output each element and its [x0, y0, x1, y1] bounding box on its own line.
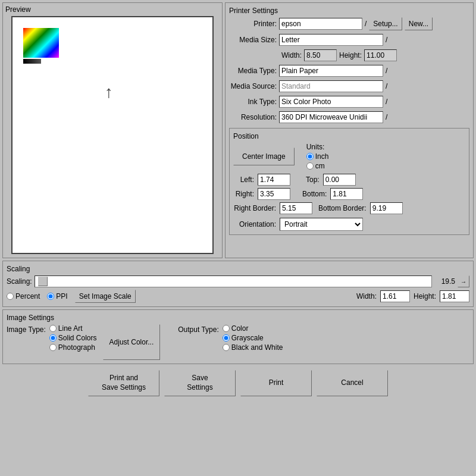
ppi-option[interactable]: PPI: [47, 292, 67, 300]
black-white-radio[interactable]: [223, 344, 230, 351]
ppi-radio[interactable]: [47, 293, 54, 300]
grayscale-radio[interactable]: [223, 334, 230, 342]
media-type-input[interactable]: [279, 65, 383, 77]
media-type-slash: /: [386, 67, 387, 75]
width-label: Width:: [281, 51, 302, 60]
set-image-scale-button[interactable]: Set Image Scale: [75, 290, 136, 303]
ink-type-label: Ink Type:: [229, 98, 277, 106]
media-type-row: Media Type: /: [229, 65, 469, 77]
inch-radio[interactable]: [306, 153, 314, 160]
media-source-input[interactable]: [279, 80, 383, 92]
top-row: Preview ↑ Printer Settings Printer: / Se…: [2, 2, 474, 258]
bottom-label: Bottom:: [302, 190, 327, 198]
save-settings-button[interactable]: SaveSettings: [164, 370, 236, 396]
scaling-panel: Scaling Scaling: 19.5 → Percent PPI Set …: [2, 261, 474, 307]
media-source-row: Media Source: /: [229, 80, 469, 92]
photograph-radio[interactable]: [49, 344, 57, 351]
cancel-button[interactable]: Cancel: [317, 370, 388, 396]
line-art-option[interactable]: Line Art: [49, 324, 97, 333]
black-bar: [23, 59, 41, 64]
line-art-radio[interactable]: [49, 325, 57, 332]
printer-input[interactable]: [279, 18, 362, 30]
color-radio[interactable]: [223, 325, 230, 332]
ink-type-row: Ink Type: /: [229, 96, 469, 108]
scaling-options: Percent PPI Set Image Scale Width: Heigh…: [7, 290, 469, 303]
solid-colors-option[interactable]: Solid Colors: [49, 334, 97, 342]
orientation-row: Orientation: Portrait Landscape: [233, 218, 465, 231]
color-option[interactable]: Color: [223, 324, 283, 333]
scaling-width-input[interactable]: [380, 290, 410, 302]
units-section: Units: Inch cm: [306, 143, 329, 170]
position-panel: Position Center Image Units: Inch cm: [229, 128, 469, 235]
inch-label: Inch: [315, 152, 329, 161]
grayscale-option[interactable]: Grayscale: [223, 334, 283, 342]
percent-label: Percent: [15, 292, 40, 300]
print-save-button[interactable]: Print andSave Settings: [88, 370, 159, 396]
resolution-slash: /: [386, 113, 387, 121]
preview-title: Preview: [5, 5, 220, 14]
media-size-row: Media Size: /: [229, 34, 469, 46]
main-container: Preview ↑ Printer Settings Printer: / Se…: [0, 0, 476, 476]
height-label: Height:: [339, 51, 362, 60]
position-title: Position: [233, 132, 465, 140]
slider-thumb[interactable]: [38, 277, 48, 286]
border-row: Right Border: Bottom Border:: [233, 202, 465, 214]
scaling-height-input[interactable]: [440, 290, 469, 302]
image-settings-inner: Image Type: Line Art Solid Colors Photog…: [7, 324, 469, 360]
solid-colors-label: Solid Colors: [58, 334, 97, 342]
right-input[interactable]: [258, 188, 290, 200]
orientation-select[interactable]: Portrait Landscape: [280, 218, 363, 231]
image-type-section: Image Type: Line Art Solid Colors Photog…: [7, 324, 97, 352]
cm-option[interactable]: cm: [306, 162, 325, 170]
units-label: Units:: [306, 143, 325, 151]
media-size-input[interactable]: [279, 34, 383, 46]
scaling-slider[interactable]: [35, 275, 432, 287]
right-bottom-row: Right: Bottom:: [233, 188, 465, 200]
scaling-title: Scaling: [7, 265, 469, 273]
orientation-label: Orientation:: [233, 220, 276, 228]
photograph-option[interactable]: Photograph: [49, 343, 97, 352]
resolution-label: Resolution:: [229, 113, 277, 121]
print-button[interactable]: Print: [240, 370, 312, 396]
printer-label: Printer:: [229, 20, 277, 28]
setup-button[interactable]: Setup...: [369, 17, 402, 30]
right-border-input[interactable]: [280, 202, 312, 214]
ink-type-input[interactable]: [279, 96, 383, 108]
scaling-height-label: Height:: [414, 292, 436, 300]
media-type-label: Media Type:: [229, 67, 277, 75]
top-label: Top:: [306, 176, 320, 184]
printer-settings-panel: Printer Settings Printer: / Setup... New…: [225, 2, 474, 258]
scaling-arrow-button[interactable]: →: [458, 275, 469, 287]
width-height-row: Width: Height:: [229, 49, 469, 61]
ink-type-slash: /: [386, 98, 387, 106]
photograph-label: Photograph: [58, 343, 95, 352]
percent-radio[interactable]: [7, 293, 14, 300]
bottom-input[interactable]: [330, 188, 363, 200]
bottom-border-input[interactable]: [370, 202, 403, 214]
output-type-label: Output Type:: [178, 324, 219, 334]
left-input[interactable]: [258, 174, 290, 186]
preview-arrow: ↑: [105, 83, 113, 102]
preview-panel: Preview ↑: [2, 2, 223, 258]
grayscale-label: Grayscale: [231, 334, 264, 342]
percent-option[interactable]: Percent: [7, 292, 40, 300]
cm-radio[interactable]: [306, 162, 314, 170]
width-input: [304, 49, 337, 61]
solid-colors-radio[interactable]: [49, 334, 57, 342]
top-input[interactable]: [323, 174, 356, 186]
black-white-option[interactable]: Black and White: [223, 343, 283, 352]
inch-option[interactable]: Inch: [306, 152, 329, 161]
media-source-label: Media Source:: [229, 82, 277, 90]
preview-image: [23, 28, 59, 64]
adjust-color-button[interactable]: Adjust Color...: [103, 324, 161, 360]
bottom-buttons: Print andSave Settings SaveSettings Prin…: [2, 367, 474, 399]
center-image-button[interactable]: Center Image: [233, 148, 295, 165]
new-button[interactable]: New...: [405, 17, 433, 30]
printer-slash: /: [365, 20, 367, 28]
ppi-label: PPI: [56, 292, 67, 300]
printer-row: Printer: / Setup... New...: [229, 17, 469, 30]
media-size-label: Media Size:: [229, 36, 277, 44]
resolution-input[interactable]: [279, 111, 383, 123]
scaling-label: Scaling:: [7, 277, 32, 286]
line-art-label: Line Art: [58, 324, 83, 333]
